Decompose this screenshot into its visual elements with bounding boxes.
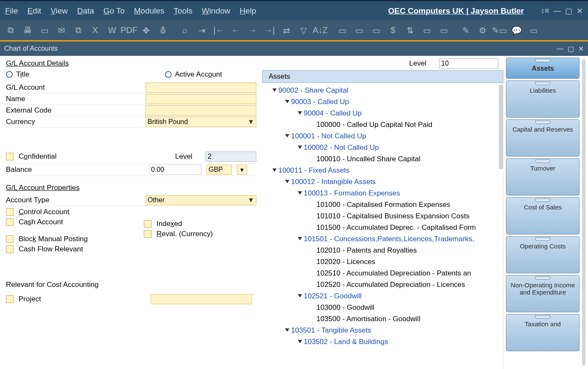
lock-icon[interactable]: ⛢ (156, 23, 170, 38)
tree-node[interactable]: 90002 - Share Capital (266, 85, 500, 96)
expand-arrow-icon[interactable] (272, 88, 277, 92)
tree-node[interactable]: 103501 - Tangible Assets (266, 325, 500, 336)
next-icon[interactable]: → (245, 23, 260, 38)
account-type-select[interactable]: Other▼ (146, 195, 256, 205)
name-input[interactable] (146, 94, 256, 104)
doc3-icon[interactable]: ▭ (369, 23, 383, 38)
level-input[interactable] (206, 151, 256, 162)
sub-close-icon[interactable]: ✕ (578, 45, 584, 53)
expand-arrow-icon[interactable] (298, 237, 302, 240)
expand-arrow-icon[interactable] (298, 294, 302, 297)
tree-node[interactable]: 100013 - Formation Expenses (266, 187, 500, 199)
menu-window[interactable]: Window (202, 6, 231, 16)
filter-icon[interactable]: ▽ (296, 23, 310, 38)
pdf-icon[interactable]: PDF (122, 23, 136, 38)
drawer-turnover[interactable]: Turnover (506, 158, 580, 196)
layout-icon[interactable]: ↕≡ (541, 6, 549, 15)
menu-data[interactable]: Data (77, 6, 94, 16)
cash-flow-checkbox[interactable] (6, 245, 14, 253)
tree-node[interactable]: 100011 - Fixed Assets (266, 165, 500, 176)
prev-icon[interactable]: ← (228, 23, 243, 38)
sort-icon[interactable]: A↓Z (313, 23, 327, 38)
tree-header[interactable]: Assets (262, 70, 503, 83)
expand-arrow-icon[interactable] (272, 168, 277, 172)
menu-goto[interactable]: Go To (103, 6, 124, 16)
more-icon[interactable]: ▭ (526, 23, 541, 38)
close-icon[interactable]: ✕ (577, 6, 583, 16)
block-manual-checkbox[interactable] (6, 235, 14, 243)
tree-node[interactable]: 102521 - Goodwill (266, 290, 500, 302)
tree-node[interactable]: 100002 - Not Called Up (266, 142, 500, 153)
expand-arrow-icon[interactable] (285, 328, 289, 332)
message-icon[interactable]: ✉ (54, 23, 69, 38)
finance-icon[interactable]: $ (386, 23, 400, 38)
radio-title[interactable]: Title (6, 70, 30, 79)
drawer-liabilities[interactable]: Liabilities (506, 80, 580, 118)
external-code-input[interactable] (146, 105, 256, 116)
menu-help[interactable]: Help (240, 6, 256, 16)
print-icon[interactable]: 🖶 (20, 23, 35, 38)
copy-icon[interactable]: ⧉ (71, 23, 85, 38)
currency-select[interactable]: British Pound▼ (146, 117, 256, 127)
tree-node[interactable]: 90003 - Called Up (266, 96, 500, 107)
gl-account-input[interactable] (146, 83, 256, 93)
indexed-checkbox[interactable] (144, 220, 151, 228)
drawer-assets[interactable]: Assets (506, 58, 580, 79)
expand-arrow-icon[interactable] (285, 134, 289, 138)
menu-edit[interactable]: Edit (27, 6, 41, 16)
expand-arrow-icon[interactable] (285, 100, 289, 103)
drawer-cost-of-sales[interactable]: Cost of Sales (506, 197, 580, 234)
expand-arrow-icon[interactable] (298, 191, 302, 195)
sort2-icon[interactable]: ⇅ (403, 23, 417, 38)
minimize-icon[interactable]: — (553, 6, 561, 15)
drawer-operating-costs[interactable]: Operating Costs (506, 236, 580, 273)
goto-icon[interactable]: ⇥ (195, 23, 209, 38)
tree-scrollbar[interactable] (499, 85, 503, 169)
sub-maximize-icon[interactable]: ▢ (568, 45, 574, 53)
drawer-taxation-and[interactable]: Taxation and (506, 314, 580, 351)
drawer-non-operating-income-and-expenditure[interactable]: Non-Operating Income and Expenditure (506, 275, 580, 312)
first-icon[interactable]: |← (212, 23, 226, 38)
tree-node[interactable]: 103502 - Land & Buildings (266, 336, 500, 347)
edit-icon[interactable]: ✎ (459, 23, 473, 38)
move-icon[interactable]: ✥ (139, 23, 153, 38)
reval-checkbox[interactable] (144, 230, 151, 238)
doc2-icon[interactable]: ▭ (352, 23, 366, 38)
comment-icon[interactable]: 💬 (509, 23, 524, 38)
word-icon[interactable]: W (105, 23, 119, 38)
tree-node[interactable]: 90004 - Called Up (266, 107, 500, 119)
last-icon[interactable]: →| (262, 23, 277, 38)
expand-arrow-icon[interactable] (298, 340, 302, 343)
doc4-icon[interactable]: ▭ (420, 23, 434, 38)
menu-view[interactable]: View (50, 6, 68, 16)
refresh-icon[interactable]: ⇄ (279, 23, 294, 38)
doc1-icon[interactable]: ▭ (335, 23, 349, 38)
balance-dropdown[interactable]: ▼ (237, 165, 247, 175)
expand-arrow-icon[interactable] (298, 146, 302, 149)
tree-node[interactable]: 100001 - Not Called Up (266, 130, 500, 142)
control-account-checkbox[interactable] (6, 208, 14, 216)
project-checkbox[interactable] (6, 295, 14, 303)
radio-active-account[interactable]: Active Account (165, 70, 223, 79)
expand-arrow-icon[interactable] (285, 180, 289, 183)
excel-icon[interactable]: X (88, 23, 102, 38)
settings-icon[interactable]: ⚙ (475, 23, 490, 38)
project-input[interactable] (151, 294, 252, 304)
tree-level-input[interactable] (439, 58, 498, 69)
folder-icon[interactable]: ▭ (37, 23, 52, 38)
expand-arrow-icon[interactable] (298, 111, 302, 115)
maximize-icon[interactable]: ▢ (565, 6, 572, 16)
cash-account-checkbox[interactable] (6, 218, 14, 226)
menu-tools[interactable]: Tools (174, 6, 192, 16)
drawer-capital-and-reserves[interactable]: Capital and Reserves (506, 119, 580, 157)
preview-icon[interactable]: ⧉ (3, 23, 18, 38)
sub-minimize-icon[interactable]: — (557, 45, 563, 53)
doc5-icon[interactable]: ▭ (437, 23, 451, 38)
tree-node[interactable]: 100012 - Intangible Assets (266, 176, 500, 187)
tree-node[interactable]: 101501 - Concessions,Patents,Licences,Tr… (266, 233, 500, 245)
config-icon[interactable]: ✎▭ (492, 23, 507, 38)
confidential-checkbox[interactable] (6, 153, 14, 160)
find-icon[interactable]: ⌕ (178, 23, 192, 38)
menu-modules[interactable]: Modules (134, 6, 165, 16)
menu-file[interactable]: File (5, 6, 18, 16)
